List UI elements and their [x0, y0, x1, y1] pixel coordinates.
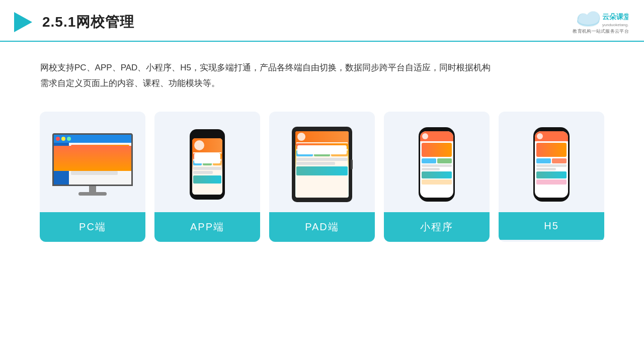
- miniprogram-image-area: [384, 112, 490, 212]
- miniprogram-label: 小程序: [384, 212, 490, 242]
- svg-point-9: [587, 12, 599, 24]
- card-miniprogram: 小程序: [384, 112, 490, 242]
- app-image-area: [154, 112, 260, 212]
- h5-label: H5: [499, 212, 604, 240]
- page-title: 2.5.1网校管理: [42, 13, 134, 32]
- description-area: 网校支持PC、APP、PAD、小程序、H5，实现多端打通，产品各终端自由切换，数…: [0, 42, 644, 92]
- desc-line1: 网校支持PC、APP、PAD、小程序、H5，实现多端打通，产品各终端自由切换，数…: [40, 60, 604, 75]
- svg-marker-0: [14, 12, 32, 32]
- h5-image-area: [499, 112, 604, 212]
- pad-image-area: [269, 112, 375, 212]
- app-label: APP端: [154, 212, 260, 242]
- header-left: 2.5.1网校管理: [10, 10, 134, 34]
- logo-icon: 云朵课堂 yunduoketang.com: [573, 9, 628, 28]
- card-h5: H5: [499, 112, 604, 242]
- logo-tagline: 教育机构一站式服务云平台: [573, 28, 629, 35]
- pc-label: PC端: [40, 212, 145, 242]
- page-title-text: 2.5.1网校管理: [42, 14, 134, 30]
- h5-mockup: [533, 127, 570, 202]
- svg-text:云朵课堂: 云朵课堂: [602, 13, 628, 21]
- pad-label: PAD端: [269, 212, 375, 242]
- pc-image-area: [40, 112, 145, 212]
- card-pc: PC端: [40, 112, 145, 242]
- desc-line2: 需求自定义页面上的内容、课程、功能模块等。: [40, 75, 604, 91]
- pc-mockup: [52, 133, 133, 196]
- miniprogram-mockup: [419, 127, 455, 202]
- app-mockup: [190, 129, 225, 200]
- header: 2.5.1网校管理 云朵课堂 yunduoketang.com 教育机构一站式服…: [0, 0, 644, 42]
- card-pad: PAD端: [269, 112, 375, 242]
- play-icon: [10, 10, 34, 34]
- svg-point-8: [579, 14, 589, 24]
- pad-mockup: [292, 127, 352, 202]
- svg-text:yunduoketang.com: yunduoketang.com: [602, 23, 628, 27]
- card-app: APP端: [154, 112, 260, 242]
- cards-row: PC端: [0, 92, 644, 242]
- logo-area: 云朵课堂 yunduoketang.com 教育机构一站式服务云平台: [573, 9, 629, 35]
